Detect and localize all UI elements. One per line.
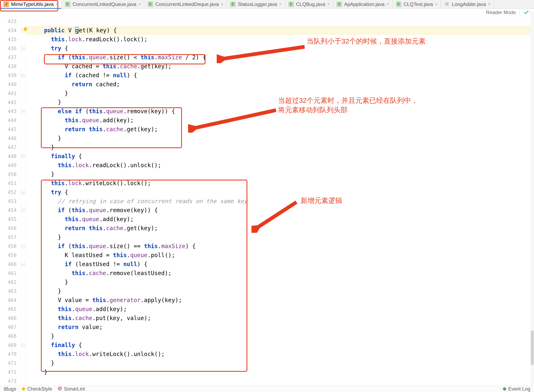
code-line[interactable]: if (this.queue.size() == this.maxSize) { — [26, 242, 534, 251]
code-line[interactable]: } — [26, 233, 534, 242]
code-line[interactable]: } — [26, 287, 534, 296]
fold-toggle-icon[interactable] — [21, 343, 25, 347]
intention-bulb-icon[interactable] — [23, 27, 28, 33]
reader-mode-label[interactable]: Reader Mode — [486, 9, 516, 15]
code-line[interactable]: if (this.queue.remove(key)) { — [26, 206, 534, 215]
close-icon[interactable]: × — [327, 2, 330, 7]
event-log-icon — [503, 387, 506, 391]
close-icon[interactable]: × — [221, 2, 224, 7]
code-line[interactable]: K leastUsed = this.queue.poll(); — [26, 251, 534, 260]
code-line[interactable]: return value; — [26, 323, 534, 332]
line-number: 440 — [0, 80, 20, 89]
code-line[interactable]: V value = this.generator.apply(key); — [26, 296, 534, 305]
tab-clqbug-java[interactable]: CCLQBug.java× — [285, 0, 333, 9]
close-icon[interactable]: × — [387, 2, 389, 7]
line-number: 473 — [0, 377, 20, 386]
close-icon[interactable]: × — [488, 2, 491, 7]
code-line[interactable]: if (cached != null) { — [26, 71, 534, 80]
tab-concurrentlinkedqueue-java[interactable]: CConcurrentLinkedQueue.java× — [61, 0, 144, 9]
line-number: 472 — [0, 368, 20, 377]
code-editor[interactable]: 4334344354364374384394404414424434444454… — [0, 16, 534, 386]
fold-toggle-icon[interactable] — [21, 209, 25, 212]
code-line[interactable]: } — [26, 368, 534, 377]
code-line[interactable]: this.lock.readLock().lock(); — [26, 35, 534, 44]
status-sonarlint[interactable]: SonarLint — [58, 386, 85, 392]
code-line[interactable]: this.lock.writeLock().unlock(); — [26, 350, 534, 359]
inspections-ok-icon[interactable] — [523, 9, 529, 15]
fold-toggle-icon[interactable] — [21, 74, 25, 77]
error-stripe[interactable] — [530, 11, 534, 385]
tab-mimetypeutils-java[interactable]: JMimeTypeUtils.java× — [0, 0, 61, 9]
code-line[interactable]: } — [26, 170, 534, 179]
code-line[interactable] — [26, 17, 534, 26]
line-number: 434 — [0, 26, 20, 35]
line-number: 451 — [0, 179, 20, 188]
code-line[interactable]: else if (this.queue.remove(key)) { — [26, 107, 534, 116]
code-line[interactable]: V cached = this.cache.get(key); — [26, 62, 534, 71]
fold-toggle-icon[interactable] — [21, 191, 25, 194]
code-line[interactable]: finally { — [26, 152, 534, 161]
code-area[interactable]: public V get(K key) { this.lock.readLock… — [26, 16, 534, 386]
fold-toggle-icon[interactable] — [21, 244, 25, 248]
close-icon[interactable]: × — [56, 2, 58, 7]
line-number: 441 — [0, 89, 20, 98]
code-line[interactable]: try { — [26, 188, 534, 197]
checkstyle-icon — [22, 387, 25, 391]
code-line[interactable]: this.lock.writeLock().lock(); — [26, 179, 534, 188]
code-line[interactable]: finally { — [26, 341, 534, 350]
code-line[interactable]: return this.cache.get(key); — [26, 125, 534, 134]
line-number: 437 — [0, 53, 20, 62]
svg-rect-2 — [445, 5, 449, 6]
code-line[interactable]: this.lock.readLock().unlock(); — [26, 161, 534, 170]
line-number: 455 — [0, 215, 20, 224]
fold-toggle-icon[interactable] — [21, 47, 25, 50]
tab-statuslogger-java[interactable]: CStatusLogger.java× — [227, 0, 285, 9]
code-line[interactable]: this.queue.add(key); — [26, 215, 534, 224]
code-line[interactable]: } — [26, 89, 534, 98]
fold-toggle-icon[interactable] — [21, 154, 25, 158]
line-number: 466 — [0, 314, 20, 323]
reader-mode-bar: Reader Mode — [0, 9, 534, 16]
tab-longadder-java[interactable]: LongAdder.java× — [441, 0, 494, 9]
code-line[interactable]: this.cache.remove(leastUsed); — [26, 269, 534, 278]
code-line[interactable]: this.queue.add(key); — [26, 305, 534, 314]
line-number: 433 — [0, 17, 20, 26]
status-spotbugs[interactable]: tBugs — [4, 386, 16, 392]
fold-toggle-icon[interactable] — [21, 262, 25, 266]
close-icon[interactable]: × — [138, 2, 141, 7]
status-checkstyle[interactable]: CheckStyle — [22, 386, 52, 392]
close-icon[interactable]: × — [279, 2, 281, 7]
tab-concurrentlinkeddeque-java[interactable]: CConcurrentLinkedDeque.java× — [144, 0, 227, 9]
fold-column[interactable] — [20, 16, 26, 386]
scroll-thumb[interactable] — [531, 330, 534, 365]
code-line[interactable]: return this.cache.get(key); — [26, 224, 534, 233]
code-line[interactable]: } — [26, 143, 534, 152]
code-line[interactable]: // retrying in case of concurrent reads … — [26, 197, 534, 206]
line-number: 470 — [0, 350, 20, 359]
status-event-log[interactable]: Event Log — [503, 386, 530, 392]
code-line[interactable]: } — [26, 134, 534, 143]
code-line[interactable]: public V get(K key) { — [26, 26, 534, 35]
class-file-icon: C — [396, 1, 402, 7]
code-line[interactable]: if (this.queue.size() < this.maxSize / 2… — [26, 53, 534, 62]
tab-apapplication-java[interactable]: CApApplication.java× — [333, 0, 392, 9]
line-number: 461 — [0, 269, 20, 278]
code-line[interactable] — [26, 377, 534, 386]
tab-clqtest-java[interactable]: CCLQTest.java× — [393, 0, 441, 9]
svg-rect-0 — [445, 3, 449, 4]
code-line[interactable]: this.cache.put(key, value); — [26, 314, 534, 323]
close-icon[interactable]: × — [435, 2, 437, 7]
tab-label: CLQBug.java — [296, 1, 325, 7]
code-line[interactable]: this.queue.add(key); — [26, 116, 534, 125]
fold-toggle-icon[interactable] — [21, 110, 25, 113]
code-line[interactable]: } — [26, 278, 534, 287]
code-line[interactable]: } — [26, 98, 534, 107]
code-line[interactable]: if (leastUsed != null) { — [26, 260, 534, 269]
code-line[interactable]: } — [26, 359, 534, 368]
code-line[interactable]: try { — [26, 44, 534, 53]
code-line[interactable]: return cached; — [26, 80, 534, 89]
line-number: 452 — [0, 188, 20, 197]
code-line[interactable]: } — [26, 332, 534, 341]
tab-label: MimeTypeUtils.java — [11, 1, 54, 7]
line-number: 463 — [0, 287, 20, 296]
